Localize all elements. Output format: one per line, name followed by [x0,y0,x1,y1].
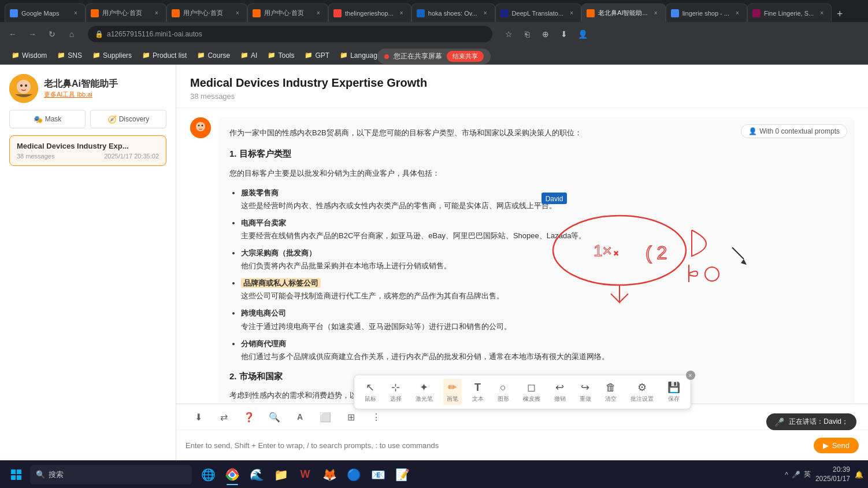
tab-google-maps[interactable]: Google Maps × [5,3,86,22]
lang-icon[interactable]: 英 [804,469,811,479]
taskbar-app-app1[interactable]: 🦊 [318,463,341,486]
draw-tool-select[interactable]: ⊹ 选择 [387,379,405,405]
taskbar-clock[interactable]: 20:39 2025/01/17 [815,465,850,483]
list-item-2: 电商平台卖家 主要经营在线销售内衣产品的B2C平台商家，如亚马逊、eBay、阿里… [241,217,843,242]
close-tab-icon[interactable]: × [651,9,661,18]
bookmark-tools[interactable]: 📁 Tools [263,49,299,62]
close-drawing-button[interactable]: × [686,371,695,380]
zoom-button[interactable]: ⊕ [537,26,554,42]
svg-rect-20 [17,475,21,480]
tab-lingerie2[interactable]: lingerie shop - ... × [666,3,747,22]
bookmark-product-list[interactable]: 📁 Product list [138,49,191,62]
chat-list-item[interactable]: Medical Devices Industry Exp... 38 messa… [9,135,166,166]
taskbar-app-wps[interactable]: W [294,463,317,486]
stop-sharing-button[interactable]: 结束共享 [447,51,484,62]
taskbar-app-widget[interactable]: 🌐 [196,463,220,486]
bookmark-button[interactable]: ☆ [500,26,517,42]
bookmark-wisdom[interactable]: 📁 Wisdom [7,49,51,62]
tab-fine-lingerie[interactable]: Fine Lingerie, S... × [747,3,832,22]
back-button[interactable]: ← [5,26,21,42]
list-item-5: 跨境电商公司 专注于通过跨境电商平台（如速卖通、亚马逊国际站等）进行进口和销售的… [241,307,843,332]
action-icon-dots[interactable]: ⋮ [368,409,384,425]
draw-tool-undo[interactable]: ↩ 撤销 [551,379,569,405]
bookmark-ai[interactable]: 📁 AI [236,49,262,62]
start-button[interactable] [5,463,28,486]
draw-tool-redo[interactable]: ↪ 重做 [576,379,595,405]
chat-messages: 👤 With 0 contextual prompts 作为一家中国的性感内衣B… [176,108,868,404]
home-button[interactable]: ⌂ [64,26,80,42]
address-bar[interactable]: 🔒 a12657915116.mini1-oai.autos [88,26,492,42]
action-icon-frame[interactable]: ⬜ [317,409,333,425]
close-tab-icon[interactable]: × [817,9,826,18]
action-icon-grid[interactable]: ⊞ [343,409,359,425]
close-tab-icon[interactable]: × [397,9,406,18]
item-title-4: 品牌商或私人标签公司 [241,278,321,288]
download-button[interactable]: ⬇ [556,26,572,42]
message-content: 👤 With 0 contextual prompts 作为一家中国的性感内衣B… [218,117,854,404]
profile-button[interactable]: 👤 [574,26,591,42]
tab-lingerie[interactable]: thelingerieshop... × [328,3,411,22]
brand-link[interactable]: 更多AI工具 lbb.ai [44,90,118,99]
discovery-button[interactable]: 🧭 Discovery [90,110,166,128]
tab-uc1[interactable]: 用户中心·首页 × [86,3,166,22]
bookmark-label: Product list [153,51,187,60]
action-icon-1[interactable]: ⬇ [190,409,206,425]
taskbar-search[interactable]: 🔍 搜索 [30,465,192,485]
close-tab-icon[interactable]: × [733,9,742,18]
draw-tool-eraser[interactable]: ◻ 橡皮擦 [520,379,544,405]
taskbar-app-app3[interactable]: 📧 [366,463,390,486]
bookmark-suppliers[interactable]: 📁 Suppliers [88,49,136,62]
tab-uc2[interactable]: 用户中心·首页 × [166,3,247,22]
taskbar-app-edge[interactable]: 🌊 [245,463,268,486]
tab-title: 用户中心·首页 [264,9,310,17]
draw-tool-shape[interactable]: ○ 图形 [494,379,513,405]
close-tab-icon[interactable]: × [314,9,323,18]
action-icon-text[interactable]: A [292,409,308,425]
close-tab-icon[interactable]: × [567,9,576,18]
draw-tool-text[interactable]: T 文本 [469,379,487,405]
send-button[interactable]: ▶ Send [814,438,859,453]
action-icon-2[interactable]: ⇄ [216,409,232,425]
mask-button[interactable]: 🎭 Mask [9,110,86,128]
item-title-6: 分销商代理商 [241,339,286,348]
notification-icon[interactable]: 🔔 [855,471,863,479]
bookmark-sns[interactable]: 📁 SNS [53,49,87,62]
bookmark-course[interactable]: 📁 Course [192,49,235,62]
chat-input[interactable] [186,435,809,456]
action-icon-help[interactable]: ❓ [241,409,257,425]
tab-deepl[interactable]: DeepL Translato... × [495,3,581,22]
draw-tool-laser[interactable]: ✦ 激光笔 [412,379,436,405]
svg-rect-18 [17,469,21,474]
cast-button[interactable]: ⎗ [519,26,535,42]
draw-tool-save[interactable]: 💾 保存 [664,379,684,405]
close-tab-icon[interactable]: × [233,9,242,18]
item-desc-5: 专注于通过跨境电商平台（如速卖通、亚马逊国际站等）进行进口和销售的公司。 [241,322,511,331]
sharing-text: 您正在共享屏幕 [394,51,442,61]
chevron-icon[interactable]: ^ [785,471,788,479]
close-tab-icon[interactable]: × [152,9,161,18]
mic-taskbar-icon[interactable]: 🎤 [792,471,800,479]
draw-tool-mouse[interactable]: ↖ 鼠标 [361,379,380,405]
chrome-icon [225,468,239,482]
chat-title: Medical Devices Industry Expertise Growt… [190,76,854,90]
action-icon-search[interactable]: 🔍 [266,409,283,425]
taskbar-app-explorer[interactable]: 📁 [269,463,292,486]
draw-tool-clear[interactable]: 🗑 清空 [602,379,620,405]
draw-tool-settings[interactable]: ⚙ 批注设置 [627,379,657,405]
draw-tool-brush[interactable]: ✏ 画笔 [443,379,462,405]
list-item-4: 品牌商或私人标签公司 这些公司可能会寻找制造商进行代工生产，或将您的产品作为其自… [241,277,843,302]
bookmark-gpt[interactable]: 📁 GPT [300,49,334,62]
prompts-button[interactable]: 👤 With 0 contextual prompts [741,124,847,138]
new-tab-button[interactable]: + [832,6,848,22]
taskbar-app-app4[interactable]: 📝 [391,463,414,486]
voice-indicator: 🎤 正在讲话：David； [766,413,856,430]
close-tab-icon[interactable]: × [71,9,80,18]
forward-button[interactable]: → [24,26,40,42]
tab-uc3[interactable]: 用户中心·首页 × [247,3,328,22]
tab-hoka[interactable]: hoka shoes: Ov... × [411,3,495,22]
taskbar-app-browser[interactable] [221,463,244,486]
taskbar-app-app2[interactable]: 🔵 [342,463,365,486]
close-tab-icon[interactable]: × [481,9,490,18]
reload-button[interactable]: ↻ [44,26,60,42]
tab-ai-active[interactable]: 老北鼻AI智能助... × [581,3,666,22]
